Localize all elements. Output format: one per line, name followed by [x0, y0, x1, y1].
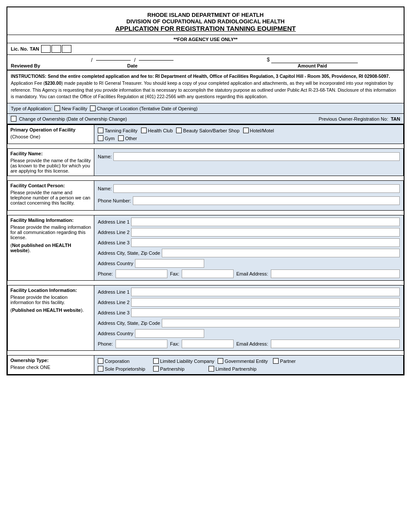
gym-item[interactable]: Gym — [98, 135, 115, 141]
loc-fax-input[interactable] — [182, 340, 234, 348]
spacer-row-3 — [8, 211, 404, 215]
header-line3: APPLICATION FOR REGISTRATION TANNING EOU… — [11, 25, 400, 32]
facility-name-field-row: Name: — [98, 152, 400, 161]
instructions-text: INSTRUCTIONS: Send the entire completed … — [7, 70, 404, 103]
app-type-label: Type of Application: — [11, 106, 52, 111]
mailing-phone-input[interactable] — [116, 269, 167, 278]
ownership-change-label: Change of Ownership (Date of Ownership C… — [19, 116, 127, 122]
loc-addr1-label: Address Line 1 — [98, 289, 129, 295]
mailing-addrcity-input[interactable] — [162, 249, 400, 257]
mailing-addr3-input[interactable] — [131, 238, 400, 247]
loc-addr3-input[interactable] — [131, 308, 400, 317]
ownership-type-label: Ownership Type: — [10, 358, 91, 363]
new-facility-checkbox[interactable] — [55, 106, 60, 111]
beauty-salon-checkbox[interactable] — [176, 128, 182, 133]
sole-prop-item[interactable]: Sole Proprietorship — [98, 366, 150, 372]
change-location-checkbox[interactable] — [90, 106, 96, 111]
loc-email-label: Email Address: — [236, 341, 268, 346]
loc-email-input[interactable] — [271, 340, 400, 348]
loc-phone-fax-row: Phone: Fax: Email Address: — [98, 340, 400, 348]
lic-box-3[interactable] — [62, 45, 71, 53]
llc-item[interactable]: Limited Liability Company — [153, 358, 214, 364]
contact-phone-input[interactable] — [133, 196, 400, 205]
partner-item[interactable]: Partner — [273, 358, 325, 364]
mailing-fax-input[interactable] — [182, 269, 234, 278]
loc-addr1-input[interactable] — [131, 288, 400, 296]
llc-checkbox[interactable] — [153, 358, 159, 364]
prev-owner-value: TAN — [391, 116, 400, 122]
agency-use-banner: **FOR AGENCY USE ONLY** — [7, 35, 404, 43]
facility-name-desc: Please provide the name of the facility … — [10, 158, 91, 173]
hotel-motel-checkbox[interactable] — [243, 128, 249, 133]
spacer-row-2 — [8, 176, 404, 181]
beauty-salon-label: Beauty Salon/Barber Shop — [183, 128, 239, 133]
loc-phone-input[interactable] — [116, 340, 167, 348]
limited-partnership-item[interactable]: Limited Partnership — [209, 366, 260, 372]
mailing-addr1-row: Address Line 1 — [98, 218, 400, 226]
partner-checkbox[interactable] — [273, 358, 279, 364]
spacer-row-5 — [8, 351, 404, 356]
spacer-4 — [8, 281, 404, 285]
partnership-checkbox[interactable] — [153, 366, 159, 372]
ownership-type-sublabel: Please check ONE — [10, 365, 91, 370]
primary-op-row: Primary Operation of Facility (Choose On… — [8, 125, 404, 144]
primary-op-sublabel: (Choose One) — [10, 134, 91, 139]
mailing-email-input[interactable] — [271, 269, 400, 278]
gov-entity-label: Governmental Entity — [225, 359, 268, 364]
gov-entity-checkbox[interactable] — [218, 358, 223, 364]
ownership-change-row: Change of Ownership (Date of Ownership C… — [7, 114, 404, 125]
primary-op-options-row1: Tanning Facility Health Club Beauty Salo… — [98, 128, 400, 133]
sole-prop-checkbox[interactable] — [98, 366, 103, 372]
beauty-salon-item[interactable]: Beauty Salon/Barber Shop — [176, 128, 239, 133]
change-location-label: Change of Location (Tentative Date of Op… — [97, 106, 198, 111]
contact-name-input[interactable] — [113, 184, 400, 193]
tanning-facility-checkbox[interactable] — [98, 128, 103, 133]
lic-box-1[interactable] — [41, 45, 51, 53]
facility-contact-desc: Please provide the name and telephone nu… — [10, 190, 91, 205]
hotel-motel-label: Hotel/Motel — [250, 128, 274, 133]
corporation-checkbox[interactable] — [98, 358, 103, 364]
limited-partnership-checkbox[interactable] — [209, 366, 214, 372]
spacer-3 — [8, 211, 404, 215]
contact-phone-field-row: Phone Number: — [98, 196, 400, 205]
tanning-facility-item[interactable]: Tanning Facility — [98, 128, 138, 133]
facility-name-field-label: Name: — [98, 154, 112, 159]
loc-addr3-label: Address Line 3 — [98, 310, 129, 315]
gym-checkbox[interactable] — [98, 135, 103, 141]
spacer-5 — [8, 351, 404, 356]
mailing-addr1-input[interactable] — [131, 218, 400, 226]
corporation-item[interactable]: Corporation — [98, 358, 150, 364]
loc-addr2-input[interactable] — [131, 298, 400, 307]
gov-entity-item[interactable]: Governmental Entity — [218, 358, 270, 364]
spacer-2 — [8, 176, 404, 181]
contact-phone-label: Phone Number: — [98, 198, 131, 203]
facility-contact-row: Facility Contact Person: Please provide … — [8, 181, 404, 211]
header-line1: RHODE ISLAND DEPARTMENT OF HEATLH — [11, 12, 400, 18]
facility-name-input[interactable] — [113, 152, 400, 161]
ownership-change-checkbox[interactable] — [11, 116, 16, 122]
hotel-motel-item[interactable]: Hotel/Motel — [243, 128, 274, 133]
other-item[interactable]: Other — [118, 135, 137, 141]
partnership-item[interactable]: Partnership — [153, 366, 205, 372]
lic-box-2[interactable] — [51, 45, 61, 53]
mailing-addr2-label: Address Line 2 — [98, 230, 129, 235]
loc-fax-label: Fax: — [170, 341, 179, 346]
new-facility-checkbox-item[interactable]: New Facility — [55, 106, 87, 111]
loc-addrcountry-input[interactable] — [135, 329, 204, 338]
facility-name-row: Facility Name: Please provide the name o… — [8, 149, 404, 176]
lic-tan-label: TAN — [30, 46, 39, 51]
mailing-addr2-input[interactable] — [131, 228, 400, 237]
facility-location-label: Facility Location Information: — [10, 288, 91, 293]
ownership-type-row: Ownership Type: Please check ONE Corpora… — [8, 356, 404, 375]
mailing-addrcountry-input[interactable] — [135, 259, 204, 268]
health-club-checkbox[interactable] — [141, 128, 147, 133]
mailing-addr1-label: Address Line 1 — [98, 219, 129, 224]
loc-addrcity-input[interactable] — [162, 319, 400, 327]
change-location-checkbox-item[interactable]: Change of Location (Tentative Date of Op… — [90, 106, 198, 111]
health-club-item[interactable]: Health Club — [141, 128, 173, 133]
loc-addrcity-row: Address City, State, Zip Code — [98, 319, 400, 327]
mailing-addrcity-row: Address City, State, Zip Code — [98, 249, 400, 257]
loc-addr2-row: Address Line 2 — [98, 298, 400, 307]
other-checkbox[interactable] — [118, 135, 124, 141]
ownership-type-right: Corporation Limited Liability Company Go… — [94, 356, 404, 375]
